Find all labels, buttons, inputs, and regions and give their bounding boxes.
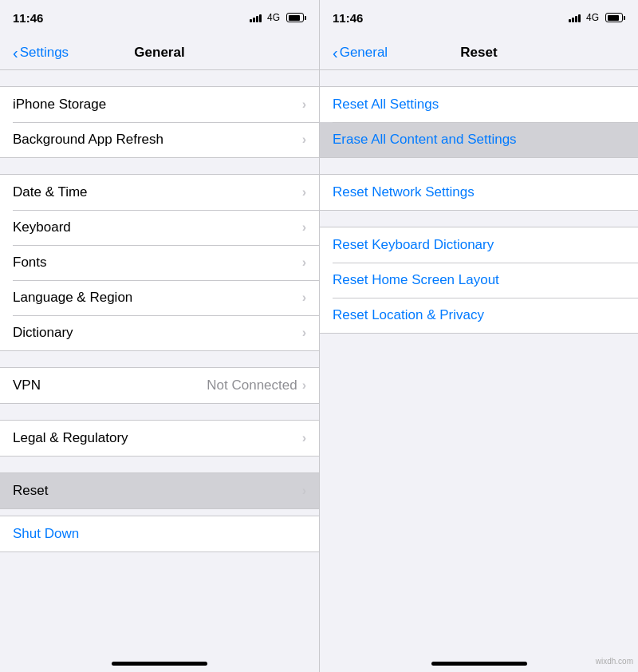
battery-icon-right — [605, 13, 625, 22]
list-item-legal[interactable]: Legal & Regulatory › — [0, 421, 319, 456]
nav-title-right: Reset — [460, 45, 497, 61]
dictionary-right: › — [302, 326, 306, 340]
signal-bar-r3 — [575, 16, 577, 22]
iphone-storage-label: iPhone Storage — [13, 97, 106, 113]
battery-body-left — [286, 13, 304, 22]
battery-tip-right — [624, 16, 625, 20]
date-time-right: › — [302, 185, 306, 200]
left-panel: 11:46 4G ‹ Settings General — [0, 0, 319, 672]
battery-icon-left — [286, 13, 306, 22]
reset-all-settings-label: Reset All Settings — [333, 97, 439, 113]
signal-bar-3 — [256, 16, 258, 22]
list-item-shutdown[interactable]: Shut Down — [0, 516, 319, 551]
signal-bar-4 — [259, 14, 262, 22]
reset-group-3: Reset Keyboard Dictionary Reset Home Scr… — [320, 227, 638, 334]
reset-item-home-screen[interactable]: Reset Home Screen Layout — [320, 263, 638, 298]
spacer-5 — [0, 457, 319, 472]
right-panel: 11:46 4G ‹ General Reset — [319, 0, 638, 672]
signal-bar-2 — [253, 18, 255, 22]
back-chevron-left: ‹ — [13, 45, 18, 61]
list-item-fonts[interactable]: Fonts › — [0, 245, 319, 280]
dictionary-chevron: › — [302, 326, 306, 340]
spacer-6 — [0, 509, 319, 516]
nav-back-label-right: General — [340, 45, 388, 61]
vpn-value: Not Connected — [207, 378, 297, 393]
list-item-vpn[interactable]: VPN Not Connected › — [0, 368, 319, 403]
list-item-iphone-storage[interactable]: iPhone Storage › — [0, 87, 319, 122]
reset-item-erase-all[interactable]: Erase All Content and Settings — [320, 122, 638, 157]
keyboard-label: Keyboard — [13, 219, 71, 235]
vpn-label: VPN — [13, 378, 41, 393]
battery-tip-left — [305, 16, 306, 20]
spacer-r2 — [320, 158, 638, 174]
signal-bar-1 — [250, 19, 252, 22]
home-indicator-right — [320, 645, 638, 672]
list-group-reset: Reset › — [0, 472, 319, 509]
list-item-reset[interactable]: Reset › — [0, 473, 319, 508]
reset-right: › — [302, 484, 306, 498]
scroll-area-right: Reset All Settings Erase All Content and… — [320, 70, 638, 645]
spacer-4 — [0, 404, 319, 420]
signal-bar-r1 — [569, 19, 571, 22]
home-bar-right — [431, 662, 527, 666]
home-indicator-left — [0, 645, 319, 672]
spacer-top-left — [0, 70, 319, 86]
spacer-bottom-right — [320, 334, 638, 350]
signal-bars-left — [250, 13, 262, 22]
spacer-2 — [0, 158, 319, 174]
vpn-chevron: › — [302, 378, 306, 393]
nav-back-label-left: Settings — [20, 45, 69, 61]
network-label-right: 4G — [586, 12, 599, 23]
spacer-bottom-left — [0, 552, 319, 568]
scroll-area-left: iPhone Storage › Background App Refresh … — [0, 70, 319, 645]
battery-fill-left — [289, 15, 300, 21]
back-chevron-right: ‹ — [333, 45, 338, 61]
home-bar-left — [112, 662, 207, 666]
reset-item-location-privacy[interactable]: Reset Location & Privacy — [320, 298, 638, 333]
nav-bar-right: ‹ General Reset — [320, 35, 638, 70]
status-icons-left: 4G — [250, 12, 306, 23]
nav-back-left[interactable]: ‹ Settings — [6, 42, 75, 64]
reset-item-network[interactable]: Reset Network Settings — [320, 175, 638, 210]
spacer-3 — [0, 351, 319, 367]
bg-refresh-chevron: › — [302, 132, 306, 147]
battery-fill-right — [608, 15, 619, 21]
reset-network-label: Reset Network Settings — [333, 184, 475, 200]
spacer-r3 — [320, 211, 638, 227]
reset-home-screen-label: Reset Home Screen Layout — [333, 272, 499, 288]
list-item-keyboard[interactable]: Keyboard › — [0, 210, 319, 245]
reset-item-all-settings[interactable]: Reset All Settings — [320, 87, 638, 122]
list-group-shutdown: Shut Down — [0, 516, 319, 552]
list-item-bg-refresh[interactable]: Background App Refresh › — [0, 122, 319, 157]
fonts-label: Fonts — [13, 255, 47, 271]
list-item-language[interactable]: Language & Region › — [0, 280, 319, 315]
list-group-legal: Legal & Regulatory › — [0, 420, 319, 457]
list-item-dictionary[interactable]: Dictionary › — [0, 315, 319, 350]
bg-refresh-label: Background App Refresh — [13, 132, 163, 148]
reset-group-2: Reset Network Settings — [320, 174, 638, 211]
reset-keyboard-dict-label: Reset Keyboard Dictionary — [333, 237, 494, 253]
signal-bar-r4 — [578, 14, 581, 22]
reset-item-keyboard-dict[interactable]: Reset Keyboard Dictionary — [320, 227, 638, 263]
reset-location-privacy-label: Reset Location & Privacy — [333, 307, 484, 323]
fonts-right: › — [302, 255, 306, 270]
reset-group-1: Reset All Settings Erase All Content and… — [320, 86, 638, 158]
reset-label: Reset — [13, 483, 48, 499]
language-right: › — [302, 291, 306, 305]
legal-label: Legal & Regulatory — [13, 430, 128, 446]
signal-bar-r2 — [572, 18, 574, 22]
nav-back-right[interactable]: ‹ General — [326, 42, 394, 64]
list-item-date-time[interactable]: Date & Time › — [0, 175, 319, 210]
fonts-chevron: › — [302, 255, 306, 270]
nav-bar-left: ‹ Settings General — [0, 35, 319, 70]
erase-all-label: Erase All Content and Settings — [333, 132, 517, 148]
list-group-date: Date & Time › Keyboard › Fonts › Languag… — [0, 174, 319, 351]
watermark: wixdh.com — [596, 657, 633, 666]
keyboard-right: › — [302, 220, 306, 235]
list-group-vpn: VPN Not Connected › — [0, 367, 319, 404]
status-bar-right: 11:46 4G — [320, 0, 638, 35]
language-chevron: › — [302, 291, 306, 305]
list-group-storage: iPhone Storage › Background App Refresh … — [0, 86, 319, 158]
status-bar-left: 11:46 4G — [0, 0, 319, 35]
vpn-right: Not Connected › — [207, 378, 306, 393]
